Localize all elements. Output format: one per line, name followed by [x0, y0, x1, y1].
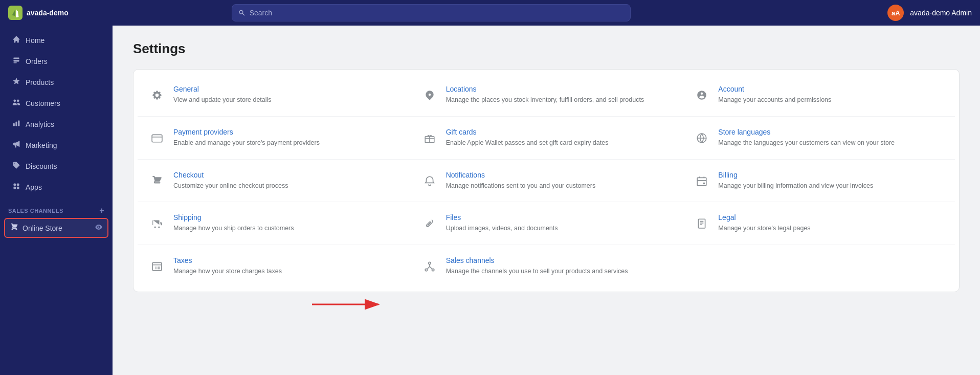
svg-rect-7 — [152, 262, 162, 270]
setting-item-legal[interactable]: Legal Manage your store's legal pages — [682, 202, 955, 245]
taxes-title: Taxes — [173, 256, 400, 264]
files-desc: Upload images, videos, and documents — [446, 224, 673, 233]
sidebar-item-orders[interactable]: Orders — [4, 51, 108, 72]
account-text: Account Manage your accounts and permiss… — [718, 85, 945, 105]
content-area: Settings G — [113, 26, 980, 375]
general-desc: View and update your store details — [173, 95, 400, 105]
search-box[interactable] — [232, 4, 631, 21]
sales-channels-section: SALES CHANNELS + — [0, 198, 113, 217]
setting-item-checkout[interactable]: Checkout Customize your online checkout … — [138, 160, 410, 202]
billing-icon — [693, 172, 711, 190]
notifications-icon — [420, 172, 439, 190]
apps-icon — [12, 182, 20, 192]
page-title: Settings — [133, 41, 960, 57]
checkout-desc: Customize your online checkout process — [173, 181, 400, 191]
settings-card: General View and update your store detai… — [133, 69, 960, 292]
setting-item-taxes[interactable]: Taxes Manage how your store charges taxe… — [138, 245, 410, 288]
settings-row-1: Payment providers Enable and manage your… — [138, 116, 955, 159]
legal-icon — [693, 214, 711, 233]
locations-desc: Manage the places you stock inventory, f… — [446, 95, 673, 105]
account-desc: Manage your accounts and permissions — [718, 95, 945, 105]
svg-point-5 — [704, 183, 705, 184]
sidebar-apps-label: Apps — [26, 183, 42, 191]
payment-providers-desc: Enable and manage your store's payment p… — [173, 138, 400, 148]
payment-providers-icon — [148, 129, 166, 147]
settings-row-4: Taxes Manage how your store charges taxe… — [138, 245, 955, 288]
sidebar-home-label: Home — [26, 36, 44, 45]
notifications-desc: Manage notifications sent to you and you… — [446, 181, 673, 191]
home-icon — [12, 35, 20, 46]
billing-desc: Manage your billing information and view… — [718, 181, 945, 191]
setting-item-locations[interactable]: Locations Manage the places you stock in… — [410, 74, 683, 116]
legal-title: Legal — [718, 213, 945, 222]
general-title: General — [173, 85, 400, 93]
analytics-icon — [12, 119, 20, 129]
sidebar-item-products[interactable]: Products — [4, 72, 108, 93]
sidebar-item-online-store[interactable]: Online Store — [4, 218, 108, 238]
setting-item-billing[interactable]: Billing Manage your billing information … — [682, 160, 955, 202]
svg-rect-6 — [699, 219, 705, 228]
checkout-text: Checkout Customize your online checkout … — [173, 171, 400, 191]
payment-providers-title: Payment providers — [173, 128, 400, 136]
store-logo[interactable]: avada-demo — [8, 6, 100, 20]
setting-item-gift-cards[interactable]: Gift cards Enable Apple Wallet passes an… — [410, 117, 683, 159]
setting-item-general[interactable]: General View and update your store detai… — [138, 74, 410, 116]
sidebar-item-apps[interactable]: Apps — [4, 177, 108, 197]
channel-left: Online Store — [10, 223, 62, 233]
sidebar: Home Orders Products Customers Analytics — [0, 26, 113, 375]
setting-item-sales-channels[interactable]: Sales channels Manage the channels you u… — [410, 245, 683, 288]
setting-item-files[interactable]: Files Upload images, videos, and documen… — [410, 202, 683, 245]
settings-row-2: Checkout Customize your online checkout … — [138, 159, 955, 202]
marketing-icon — [12, 140, 20, 150]
sales-channels-desc: Manage the channels you use to sell your… — [446, 267, 673, 276]
setting-item-store-languages[interactable]: Store languages Manage the languages you… — [682, 117, 955, 159]
setting-item-notifications[interactable]: Notifications Manage notifications sent … — [410, 160, 683, 202]
gift-cards-desc: Enable Apple Wallet passes and set gift … — [446, 138, 673, 148]
arrow-annotation — [307, 289, 389, 322]
setting-item-empty — [682, 245, 955, 288]
setting-item-account[interactable]: Account Manage your accounts and permiss… — [682, 74, 955, 116]
sidebar-item-marketing[interactable]: Marketing — [4, 135, 108, 156]
products-icon — [12, 77, 20, 87]
locations-icon — [420, 86, 439, 104]
setting-item-shipping[interactable]: Shipping Manage how you ship orders to c… — [138, 202, 410, 245]
settings-row-0: General View and update your store detai… — [138, 74, 955, 116]
add-channel-icon[interactable]: + — [99, 206, 104, 215]
gift-cards-title: Gift cards — [446, 128, 673, 136]
locations-title: Locations — [446, 85, 673, 93]
billing-title: Billing — [718, 171, 945, 179]
avatar[interactable]: aA — [887, 5, 904, 21]
topbar: avada-demo aA avada-demo Admin — [0, 0, 980, 26]
general-icon — [148, 86, 166, 104]
taxes-icon — [148, 257, 166, 276]
payment-providers-text: Payment providers Enable and manage your… — [173, 128, 400, 148]
files-icon — [420, 214, 439, 233]
sidebar-analytics-label: Analytics — [26, 120, 54, 128]
general-text: General View and update your store detai… — [173, 85, 400, 105]
setting-item-payment-providers[interactable]: Payment providers Enable and manage your… — [138, 117, 410, 159]
topbar-right: aA avada-demo Admin — [887, 5, 972, 21]
account-icon — [693, 86, 711, 104]
online-store-label: Online Store — [23, 224, 62, 232]
taxes-desc: Manage how your store charges taxes — [173, 267, 400, 276]
store-languages-desc: Manage the languages your customers can … — [718, 138, 945, 148]
files-text: Files Upload images, videos, and documen… — [446, 213, 673, 233]
sidebar-item-customers[interactable]: Customers — [4, 93, 108, 114]
settings-row-3: Shipping Manage how you ship orders to c… — [138, 202, 955, 245]
svg-point-9 — [425, 269, 427, 271]
sidebar-item-analytics[interactable]: Analytics — [4, 114, 108, 135]
sidebar-item-home[interactable]: Home — [4, 30, 108, 51]
gift-cards-text: Gift cards Enable Apple Wallet passes an… — [446, 128, 673, 148]
sidebar-item-discounts[interactable]: Discounts — [4, 156, 108, 177]
online-store-icon — [10, 223, 18, 233]
store-languages-icon — [693, 129, 711, 147]
main-layout: Home Orders Products Customers Analytics — [0, 26, 980, 375]
svg-rect-4 — [698, 178, 707, 185]
store-languages-title: Store languages — [718, 128, 945, 136]
visibility-icon[interactable] — [95, 224, 102, 232]
settings-rows: General View and update your store detai… — [138, 74, 955, 288]
shopify-icon — [8, 6, 23, 20]
search-input[interactable] — [250, 9, 624, 17]
discounts-icon — [12, 161, 20, 171]
svg-point-10 — [432, 269, 434, 271]
